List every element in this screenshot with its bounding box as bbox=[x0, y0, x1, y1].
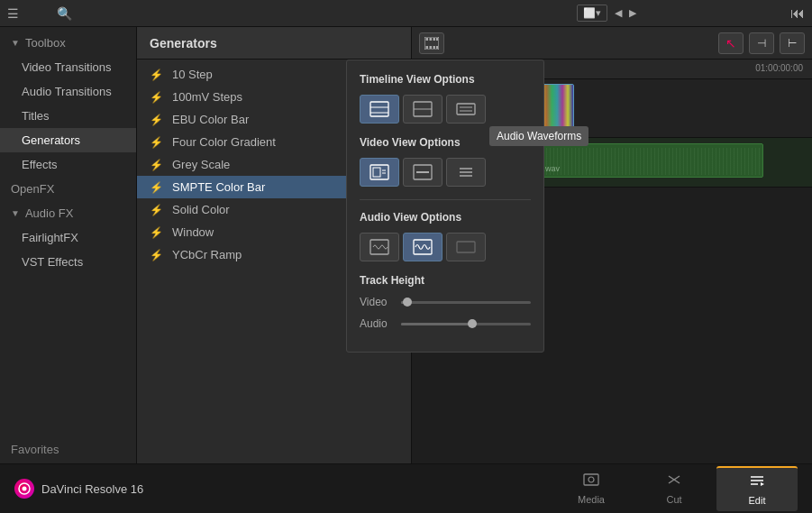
clip-mode-icon[interactable]: ⬜▾ bbox=[577, 5, 607, 22]
gen-label-four-color: Four Color Gradient bbox=[172, 135, 276, 149]
sidebar-label-generators: Generators bbox=[22, 133, 80, 147]
svg-rect-28 bbox=[457, 242, 475, 252]
timeline-view-btn-2[interactable] bbox=[403, 95, 442, 124]
video-view-btn-2[interactable] bbox=[403, 158, 442, 187]
timeline-icon-row bbox=[360, 95, 531, 124]
svg-rect-14 bbox=[457, 104, 475, 115]
trim-right-tool[interactable]: ⊢ bbox=[780, 32, 805, 54]
svg-rect-8 bbox=[436, 46, 438, 49]
bottom-bar: DaVinci Resolve 16 Media Cut bbox=[0, 463, 812, 513]
favorites-label: Favorites bbox=[11, 443, 59, 456]
video-view-btn-3[interactable] bbox=[446, 158, 486, 187]
bolt-icon-solid-color: ⚡ bbox=[150, 204, 163, 216]
sidebar-label-toolbox: Toolbox bbox=[25, 36, 66, 50]
sidebar-item-vst-effects[interactable]: VST Effects bbox=[0, 250, 136, 274]
popup-section-4-title: Track Height bbox=[360, 274, 531, 287]
timeline-toolbar: ↖ ⊣ ⊢ bbox=[412, 27, 812, 60]
gen-label-10step: 10 Step bbox=[172, 68, 213, 81]
svg-point-32 bbox=[588, 477, 594, 482]
cursor-tool[interactable]: ↖ bbox=[718, 32, 744, 54]
tab-edit-label: Edit bbox=[749, 495, 766, 506]
bolt-icon-100mv: ⚡ bbox=[150, 91, 163, 104]
video-view-btn-1[interactable] bbox=[360, 158, 399, 187]
sidebar-item-effects[interactable]: Effects bbox=[0, 152, 136, 177]
sidebar-item-video-transitions[interactable]: Video Transitions bbox=[0, 55, 136, 79]
bottom-tabs: Media Cut Edit bbox=[551, 466, 798, 511]
svg-rect-2 bbox=[430, 38, 433, 41]
sidebar-label-audio-fx: Audio FX bbox=[25, 206, 73, 220]
sidebar-item-toolbox[interactable]: ▼ Toolbox bbox=[0, 31, 136, 55]
svg-rect-3 bbox=[433, 38, 436, 41]
video-height-row: Video bbox=[360, 296, 531, 308]
chevron-audio-icon: ▼ bbox=[11, 208, 20, 218]
app-name: DaVinci Resolve 16 bbox=[41, 482, 143, 496]
tab-media[interactable]: Media bbox=[551, 466, 632, 511]
svg-rect-5 bbox=[426, 46, 429, 49]
sidebar-item-openfx[interactable]: OpenFX bbox=[0, 177, 136, 201]
svg-rect-1 bbox=[426, 38, 429, 41]
gen-label-100mv: 100mV Steps bbox=[172, 90, 242, 104]
audio-view-icon-row bbox=[360, 233, 531, 261]
generators-header: Generators bbox=[137, 27, 411, 60]
media-icon bbox=[583, 472, 599, 490]
gen-label-grey-scale: Grey Scale bbox=[172, 158, 230, 171]
bolt-icon-10step: ⚡ bbox=[150, 69, 163, 81]
nav-left-icon[interactable]: ◀ bbox=[615, 7, 622, 19]
sidebar-item-fairlightfx[interactable]: FairlightFX bbox=[0, 225, 136, 250]
skip-back-icon[interactable]: ⏮ bbox=[790, 5, 805, 22]
sidebar-label-fairlightfx: FairlightFX bbox=[22, 231, 78, 244]
top-bar-left: ☰ 🔍 bbox=[7, 6, 422, 21]
tab-cut-label: Cut bbox=[666, 494, 681, 505]
sidebar-item-titles[interactable]: Titles bbox=[0, 104, 136, 128]
audio-height-slider[interactable] bbox=[401, 323, 531, 325]
sidebar-item-audio-fx[interactable]: ▼ Audio FX bbox=[0, 201, 136, 225]
timeline-view-btn-3[interactable] bbox=[446, 95, 486, 124]
trim-left-tool[interactable]: ⊣ bbox=[749, 32, 774, 54]
ruler-end: 01:00:00:00 bbox=[755, 63, 803, 73]
svg-point-30 bbox=[23, 487, 27, 491]
svg-rect-6 bbox=[430, 46, 433, 49]
sidebar-label-effects: Effects bbox=[22, 158, 58, 171]
cut-icon bbox=[666, 472, 682, 490]
timeline-view-btn-1[interactable] bbox=[360, 95, 399, 124]
top-bar-center: ⬜▾ ◀ ▶ bbox=[422, 5, 790, 22]
svg-rect-7 bbox=[433, 46, 436, 49]
svg-rect-9 bbox=[370, 102, 388, 116]
svg-rect-4 bbox=[436, 38, 438, 41]
sidebar-item-generators[interactable]: Generators bbox=[0, 128, 136, 152]
popup-divider bbox=[360, 199, 531, 200]
bolt-icon-grey-scale: ⚡ bbox=[150, 159, 163, 171]
chevron-icon: ▼ bbox=[11, 38, 20, 48]
bolt-icon-four-color: ⚡ bbox=[150, 136, 163, 149]
audio-view-btn-2[interactable] bbox=[403, 233, 442, 261]
track-height-section: Video Audio bbox=[360, 296, 531, 330]
popup-section-1-title: Timeline View Options bbox=[360, 73, 531, 86]
svg-marker-38 bbox=[761, 482, 764, 486]
tab-edit[interactable]: Edit bbox=[716, 466, 798, 511]
tab-cut[interactable]: Cut bbox=[634, 466, 715, 511]
gen-label-ebu: EBU Color Bar bbox=[172, 113, 249, 126]
app-logo bbox=[14, 479, 34, 499]
nav-right-icon[interactable]: ▶ bbox=[629, 7, 636, 19]
search-icon[interactable]: 🔍 bbox=[57, 6, 72, 21]
bottom-left: DaVinci Resolve 16 bbox=[14, 479, 143, 499]
video-height-slider[interactable] bbox=[401, 301, 531, 304]
svg-rect-18 bbox=[373, 168, 380, 177]
edit-icon bbox=[749, 473, 765, 491]
popup-section-3-title: Audio View Options bbox=[360, 211, 531, 224]
sidebar-label-titles: Titles bbox=[22, 109, 50, 123]
sidebar-item-audio-transitions[interactable]: Audio Transitions bbox=[0, 79, 136, 104]
favorites-section: Favorites bbox=[0, 435, 136, 463]
svg-rect-31 bbox=[584, 474, 598, 485]
audio-waveforms-tooltip: Audio Waveforms bbox=[489, 126, 588, 146]
top-bar: ☰ 🔍 ⬜▾ ◀ ▶ ⏮ bbox=[0, 0, 812, 27]
audio-height-row: Audio bbox=[360, 317, 531, 330]
audio-view-btn-3[interactable] bbox=[446, 233, 486, 261]
tab-media-label: Media bbox=[578, 494, 605, 505]
menu-icon[interactable]: ☰ bbox=[7, 6, 19, 21]
sidebar-label-vst-effects: VST Effects bbox=[22, 255, 83, 269]
film-strip-icon[interactable] bbox=[419, 32, 444, 54]
audio-view-btn-1[interactable] bbox=[360, 233, 399, 261]
bolt-icon-smpte: ⚡ bbox=[150, 181, 163, 194]
sidebar-label-video-transitions: Video Transitions bbox=[22, 60, 112, 74]
